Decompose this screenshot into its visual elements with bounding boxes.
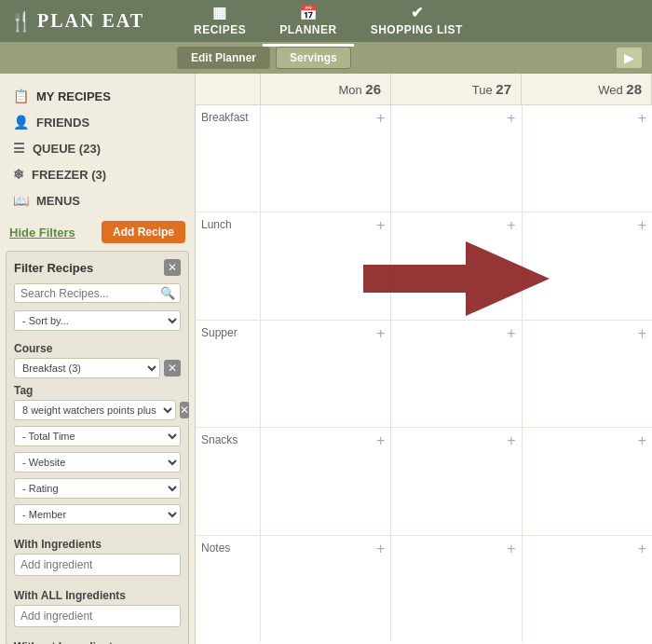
sidebar-friends-label: FRIENDS [36,116,89,130]
meal-cell-snacks-tue: + [391,428,522,534]
add-lunch-tue-button[interactable]: + [507,218,515,233]
meal-label-lunch: Lunch [196,212,261,319]
meal-cell-supper-wed: + [523,321,652,427]
hide-filters-button[interactable]: Hide Filters [9,226,75,240]
meal-label-supper: Supper [196,321,261,427]
course-select-row: Breakfast (3) ✕ [14,358,181,378]
forward-button[interactable]: ▶ [616,47,643,69]
add-snacks-mon-button[interactable]: + [376,433,385,448]
nav-planner-label: PLANNER [279,23,337,36]
shopping-icon: ✔ [411,4,424,21]
clear-course-button[interactable]: ✕ [164,360,181,377]
website-select[interactable]: - Website [14,452,181,473]
add-breakfast-wed-button[interactable]: + [638,111,646,126]
add-lunch-wed-button[interactable]: + [638,218,646,233]
meal-cell-lunch-mon: + [261,212,391,319]
with-ingredients-section: With Ingredients [14,538,181,582]
rating-select[interactable]: - Rating [14,478,181,499]
nav-planner[interactable]: 📅 PLANNER [263,0,354,47]
app-header: 🍴 PLAN EAT ▦ RECIPES 📅 PLANNER ✔ SHOPPIN… [0,0,652,42]
tag-label: Tag [14,384,181,397]
add-notes-wed-button[interactable]: + [638,541,646,556]
sidebar-nav: 📋 MY RECIPES 👤 FRIENDS ☰ QUEUE (23) ❄ FR… [0,74,195,213]
meal-cell-notes-wed: + [523,536,652,642]
day-name-tue: Tue [472,83,493,97]
with-all-ingredients-section: With ALL Ingredients [14,589,181,633]
meal-cell-supper-mon: + [261,321,391,427]
sidebar-my-recipes-label: MY RECIPES [36,89,111,103]
sidebar-item-friends[interactable]: 👤 FRIENDS [0,109,195,135]
day-num-wed: 28 [626,81,642,97]
servings-button[interactable]: Servings [276,47,351,69]
add-snacks-wed-button[interactable]: + [638,433,646,448]
meal-cell-breakfast-wed: + [523,105,652,212]
search-row: 🔍 [14,283,181,303]
add-supper-mon-button[interactable]: + [376,326,385,341]
tag-select-row: 8 weight watchers points plus ✕ [14,400,181,420]
filter-title: Filter Recipes [14,261,93,275]
my-recipes-icon: 📋 [13,89,29,103]
day-num-tue: 27 [496,81,511,97]
with-all-ingredients-input[interactable] [14,605,181,627]
meal-label-notes: Notes [196,536,261,642]
friends-icon: 👤 [13,115,29,130]
meal-cell-snacks-mon: + [261,428,391,534]
planner-header: Mon 26 Tue 27 Wed 28 [196,74,652,105]
meal-row-notes: Notes + + + [196,536,652,642]
logo-icon: 🍴 [9,10,34,33]
meal-cell-lunch-wed: + [523,212,652,319]
day-name-wed: Wed [598,83,623,97]
sidebar-item-menus[interactable]: 📖 MENUS [0,187,195,213]
filter-box: Filter Recipes ✕ 🔍 - Sort by... Course B… [6,251,189,644]
day-name-mon: Mon [338,83,361,97]
add-notes-mon-button[interactable]: + [376,541,385,556]
sidebar-menus-label: MENUS [36,194,80,208]
nav-recipes[interactable]: ▦ RECIPES [177,0,263,47]
sidebar-item-my-recipes[interactable]: 📋 MY RECIPES [0,83,195,109]
add-breakfast-tue-button[interactable]: + [507,111,515,126]
without-ingredients-label: Without Ingredients [14,640,181,644]
add-supper-wed-button[interactable]: + [638,326,646,341]
add-lunch-mon-button[interactable]: + [376,218,385,233]
edit-planner-button[interactable]: Edit Planner [177,47,270,69]
planner-icon: 📅 [299,4,319,21]
with-ingredients-input[interactable] [14,554,181,576]
add-recipe-button[interactable]: Add Recipe [102,221,185,243]
tag-select[interactable]: 8 weight watchers points plus [14,400,176,420]
with-all-ingredients-label: With ALL Ingredients [14,589,181,602]
meal-row-lunch: Lunch + + + [196,212,652,320]
meal-label-snacks: Snacks [196,428,261,534]
add-supper-tue-button[interactable]: + [507,326,515,341]
member-select[interactable]: - Member [14,504,181,525]
sidebar-item-queue[interactable]: ☰ QUEUE (23) [0,135,195,161]
add-snacks-tue-button[interactable]: + [507,433,515,448]
search-input[interactable] [20,287,160,300]
sidebar-queue-label: QUEUE (23) [33,142,101,156]
sidebar-actions: Hide Filters Add Recipe [0,213,195,251]
menus-icon: 📖 [13,193,29,208]
clear-tag-button[interactable]: ✕ [180,402,189,418]
course-select[interactable]: Breakfast (3) [14,358,160,378]
main-content: 📋 MY RECIPES 👤 FRIENDS ☰ QUEUE (23) ❄ FR… [0,74,652,644]
meal-row-supper: Supper + + + [196,321,652,428]
day-num-mon: 26 [365,81,381,97]
day-header-tue: Tue 27 [391,74,522,104]
sort-by-select[interactable]: - Sort by... [14,310,181,331]
subheader: Edit Planner Servings ▶ [0,42,652,74]
meal-cell-notes-tue: + [391,536,522,642]
meal-cell-breakfast-tue: + [391,105,522,212]
close-filter-button[interactable]: ✕ [164,259,181,276]
logo-text: PLAN EAT [37,10,144,32]
meal-label-breakfast: Breakfast [196,105,261,212]
nav-shopping[interactable]: ✔ SHOPPING LIST [354,0,480,47]
total-time-select[interactable]: - Total Time [14,426,181,446]
planner-body: Breakfast + + + Lunch + + [196,105,652,642]
sidebar-item-freezer[interactable]: ❄ FREEZER (3) [0,161,195,187]
day-header-wed: Wed 28 [522,74,652,104]
filter-title-row: Filter Recipes ✕ [14,259,181,276]
add-notes-tue-button[interactable]: + [507,541,515,556]
search-icon: 🔍 [160,286,175,300]
day-header-mon: Mon 26 [261,74,391,104]
add-breakfast-mon-button[interactable]: + [376,111,385,126]
app-logo: 🍴 PLAN EAT [9,10,177,33]
